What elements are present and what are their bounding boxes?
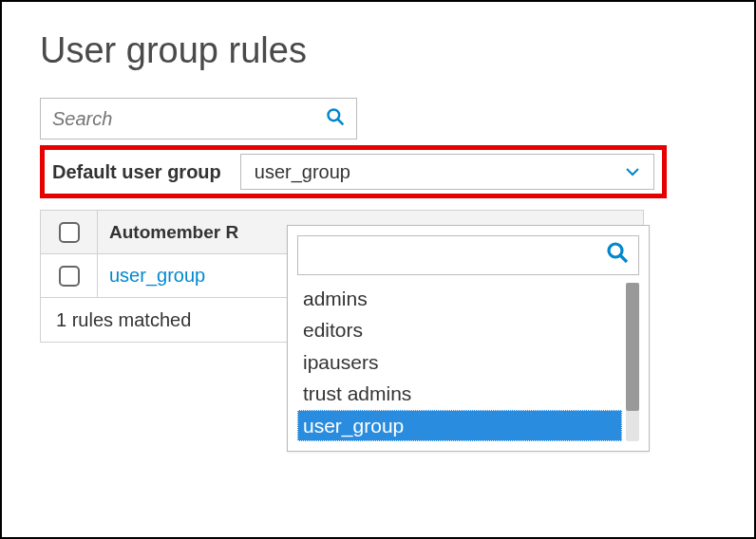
page-title: User group rules	[40, 30, 716, 71]
dropdown-option-ipausers[interactable]: ipausers	[297, 346, 622, 378]
default-user-group-label: Default user group	[52, 161, 221, 183]
svg-point-2	[609, 244, 622, 257]
dropdown-option-trust-admins[interactable]: trust admins	[297, 378, 622, 409]
dropdown-list: admins editors ipausers trust admins use…	[297, 283, 639, 441]
chevron-down-icon	[625, 163, 640, 180]
dropdown-search-input[interactable]	[308, 246, 606, 266]
scrollbar-track[interactable]	[626, 283, 639, 441]
rule-link[interactable]: user_group	[109, 265, 205, 287]
column-checkbox-header[interactable]	[41, 211, 98, 253]
dropdown-search-bar[interactable]	[297, 235, 639, 275]
dropdown-option-user-group[interactable]: user_group	[297, 410, 622, 441]
default-user-group-select[interactable]: user_group	[240, 154, 654, 190]
dropdown-option-editors[interactable]: editors	[297, 314, 622, 345]
search-bar[interactable]	[40, 98, 357, 139]
row-checkbox[interactable]	[59, 266, 80, 287]
select-value: user_group	[255, 161, 350, 183]
dropdown-option-admins[interactable]: admins	[297, 283, 622, 314]
search-icon[interactable]	[606, 241, 629, 270]
search-icon[interactable]	[326, 107, 345, 131]
svg-line-1	[338, 119, 344, 124]
select-all-checkbox[interactable]	[59, 222, 80, 243]
row-checkbox-cell[interactable]	[41, 254, 98, 297]
svg-line-3	[620, 255, 627, 262]
svg-point-0	[329, 109, 340, 121]
dropdown-panel: admins editors ipausers trust admins use…	[287, 225, 650, 452]
default-user-group-row: Default user group user_group	[40, 145, 667, 198]
search-input[interactable]	[52, 108, 326, 130]
scrollbar-thumb[interactable]	[626, 283, 639, 411]
